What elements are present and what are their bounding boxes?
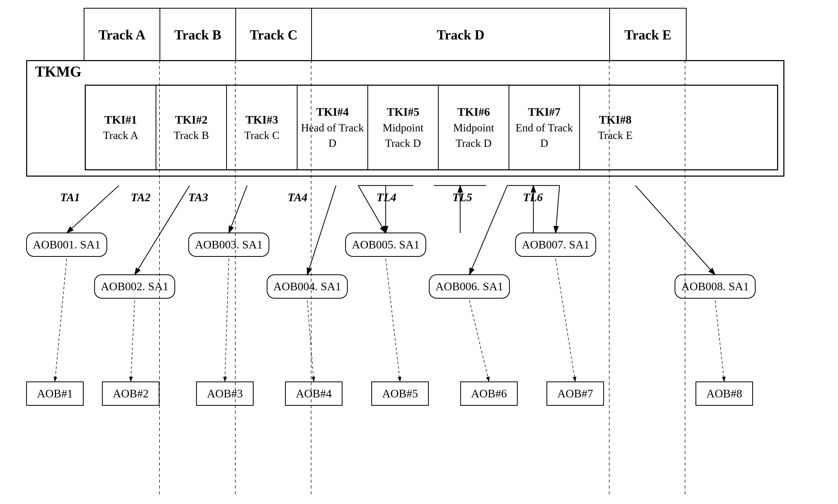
svg-line-24 xyxy=(635,185,715,275)
aob003-sa-box: AOB003. SA1 xyxy=(188,233,269,257)
aob007-sa-box: AOB007. SA1 xyxy=(515,233,596,257)
tki-4: TKI#4 Head of Track D xyxy=(298,86,368,169)
track-d-label: Track D xyxy=(437,27,484,42)
aob008-sa-box: AOB008. SA1 xyxy=(675,274,756,299)
tkmg-label: TKMG xyxy=(27,61,783,82)
svg-line-26 xyxy=(131,301,135,381)
tki-8: TKI#8 Track E xyxy=(580,86,650,169)
aob002-sa-box: AOB002. SA1 xyxy=(94,274,175,299)
ta3-label: TA3 xyxy=(188,191,208,204)
svg-line-23 xyxy=(556,185,560,233)
aob001-sa-box: AOB001. SA1 xyxy=(26,233,107,257)
aob4-box: AOB#4 xyxy=(285,381,343,406)
ta1-label: TA1 xyxy=(60,191,80,204)
tki-2: TKI#2 Track B xyxy=(156,86,227,169)
track-e-header: Track E xyxy=(610,8,686,61)
tki-3: TKI#3 Track C xyxy=(227,86,298,169)
track-b-label: Track B xyxy=(174,27,222,42)
svg-line-31 xyxy=(556,259,575,381)
ta2-label: TA2 xyxy=(131,191,151,204)
svg-line-10 xyxy=(307,185,336,275)
tki-1: TKI#1 Track A xyxy=(86,86,156,169)
track-e-label: Track E xyxy=(624,27,671,42)
track-a-header: Track A xyxy=(85,8,160,61)
svg-line-32 xyxy=(715,301,724,381)
tl6-label: TL6 xyxy=(523,191,543,204)
svg-line-9 xyxy=(229,185,247,233)
aob2-box: AOB#2 xyxy=(102,381,159,406)
ta4-label: TA4 xyxy=(287,191,308,204)
aob3-box: AOB#3 xyxy=(196,381,254,406)
track-b-header: Track B xyxy=(160,8,236,61)
track-c-header: Track C xyxy=(236,8,312,61)
svg-line-22 xyxy=(469,185,507,275)
tki-row: TKI#1 Track A TKI#2 Track B TKI#3 Track … xyxy=(85,85,778,170)
svg-line-27 xyxy=(225,259,229,381)
track-a-label: Track A xyxy=(99,27,146,42)
svg-line-25 xyxy=(55,259,67,381)
aob1-box: AOB#1 xyxy=(26,381,84,406)
aob004-sa-box: AOB004. SA1 xyxy=(267,274,348,299)
tki-6: TKI#6 Midpoint Track D xyxy=(439,86,509,169)
tkmg-box: TKMG TKI#1 Track A TKI#2 Track B TKI#3 T… xyxy=(26,60,784,177)
aob6-box: AOB#6 xyxy=(460,381,518,406)
aob5-box: AOB#5 xyxy=(371,381,429,406)
aob006-sa-box: AOB006. SA1 xyxy=(429,274,510,299)
aob7-box: AOB#7 xyxy=(546,381,604,406)
track-c-label: Track C xyxy=(250,27,297,42)
tl5-label: TL5 xyxy=(452,191,472,204)
tki-7: TKI#7 End of Track D xyxy=(509,86,580,169)
svg-line-30 xyxy=(469,301,489,381)
track-d-header: Track D xyxy=(312,8,610,61)
tki-5: TKI#5 Midpoint Track D xyxy=(368,86,439,169)
diagram: Track A Track B Track C Track D Track E … xyxy=(26,8,810,497)
svg-line-29 xyxy=(386,259,400,381)
svg-line-28 xyxy=(307,301,314,381)
aob8-box: AOB#8 xyxy=(696,381,753,406)
track-header: Track A Track B Track C Track D Track E xyxy=(84,8,687,61)
aob005-sa-box: AOB005. SA1 xyxy=(345,233,426,257)
tl4-label: TL4 xyxy=(377,191,396,204)
